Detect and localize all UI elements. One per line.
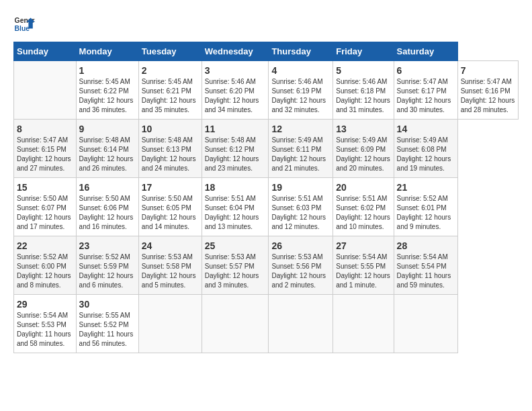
calendar-cell: 26Sunrise: 5:53 AMSunset: 5:56 PMDayligh…	[269, 236, 333, 295]
day-info: Sunrise: 5:51 AMSunset: 6:02 PMDaylight:…	[336, 194, 390, 232]
calendar-cell: 30Sunrise: 5:55 AMSunset: 5:52 PMDayligh…	[76, 295, 138, 353]
calendar-cell	[138, 295, 202, 353]
day-number: 22	[17, 240, 73, 251]
calendar-cell: 29Sunrise: 5:54 AMSunset: 5:53 PMDayligh…	[14, 295, 77, 353]
calendar-cell: 15Sunrise: 5:50 AMSunset: 6:07 PMDayligh…	[14, 178, 77, 236]
day-number: 8	[17, 124, 73, 134]
day-number: 6	[397, 65, 455, 76]
calendar-cell: 17Sunrise: 5:50 AMSunset: 6:05 PMDayligh…	[138, 178, 202, 236]
calendar-cell	[14, 61, 77, 120]
day-info: Sunrise: 5:52 AMSunset: 6:00 PMDaylight:…	[17, 253, 73, 290]
day-number: 11	[205, 124, 266, 134]
calendar-cell: 1Sunrise: 5:45 AMSunset: 6:22 PMDaylight…	[76, 61, 138, 120]
day-info: Sunrise: 5:48 AMSunset: 6:14 PMDaylight:…	[79, 136, 136, 173]
day-info: Sunrise: 5:53 AMSunset: 5:57 PMDaylight:…	[205, 253, 266, 290]
calendar-cell	[333, 295, 394, 353]
day-info: Sunrise: 5:48 AMSunset: 6:12 PMDaylight:…	[205, 136, 266, 173]
day-info: Sunrise: 5:52 AMSunset: 5:59 PMDaylight:…	[79, 253, 136, 290]
weekday-header-saturday: Saturday	[394, 42, 457, 61]
day-info: Sunrise: 5:51 AMSunset: 6:04 PMDaylight:…	[205, 194, 266, 232]
day-info: Sunrise: 5:48 AMSunset: 6:13 PMDaylight:…	[142, 136, 199, 173]
day-number: 15	[17, 182, 73, 193]
day-number: 20	[336, 182, 390, 193]
logo-icon: General Blue	[13, 13, 35, 35]
calendar-cell: 7Sunrise: 5:47 AMSunset: 6:16 PMDaylight…	[457, 61, 518, 120]
calendar-cell: 27Sunrise: 5:54 AMSunset: 5:55 PMDayligh…	[333, 236, 394, 295]
calendar-cell: 19Sunrise: 5:51 AMSunset: 6:03 PMDayligh…	[269, 178, 333, 236]
calendar-cell: 12Sunrise: 5:49 AMSunset: 6:11 PMDayligh…	[269, 120, 333, 178]
day-info: Sunrise: 5:47 AMSunset: 6:16 PMDaylight:…	[461, 77, 515, 115]
calendar-cell: 13Sunrise: 5:49 AMSunset: 6:09 PMDayligh…	[333, 120, 394, 178]
day-number: 16	[79, 182, 136, 193]
calendar-cell: 4Sunrise: 5:46 AMSunset: 6:19 PMDaylight…	[269, 61, 333, 120]
day-info: Sunrise: 5:45 AMSunset: 6:21 PMDaylight:…	[142, 77, 199, 115]
day-info: Sunrise: 5:46 AMSunset: 6:18 PMDaylight:…	[336, 77, 390, 115]
calendar-cell: 3Sunrise: 5:46 AMSunset: 6:20 PMDaylight…	[202, 61, 269, 120]
day-info: Sunrise: 5:53 AMSunset: 5:56 PMDaylight:…	[271, 253, 330, 290]
day-info: Sunrise: 5:47 AMSunset: 6:17 PMDaylight:…	[397, 77, 455, 115]
day-number: 26	[271, 240, 330, 251]
day-info: Sunrise: 5:50 AMSunset: 6:06 PMDaylight:…	[79, 194, 136, 232]
day-number: 17	[142, 182, 199, 193]
day-info: Sunrise: 5:51 AMSunset: 6:03 PMDaylight:…	[271, 194, 330, 232]
day-info: Sunrise: 5:55 AMSunset: 5:52 PMDaylight:…	[79, 311, 136, 349]
calendar-cell: 2Sunrise: 5:45 AMSunset: 6:21 PMDaylight…	[138, 61, 202, 120]
day-info: Sunrise: 5:52 AMSunset: 6:01 PMDaylight:…	[397, 194, 455, 232]
day-number: 10	[142, 124, 199, 134]
calendar-cell: 23Sunrise: 5:52 AMSunset: 5:59 PMDayligh…	[76, 236, 138, 295]
day-number: 5	[336, 65, 390, 76]
day-number: 30	[79, 299, 136, 310]
weekday-header-monday: Monday	[76, 42, 138, 61]
weekday-header-friday: Friday	[333, 42, 394, 61]
logo: General Blue	[13, 13, 35, 35]
calendar-cell: 8Sunrise: 5:47 AMSunset: 6:15 PMDaylight…	[14, 120, 77, 178]
day-info: Sunrise: 5:46 AMSunset: 6:20 PMDaylight:…	[205, 77, 266, 115]
day-info: Sunrise: 5:50 AMSunset: 6:07 PMDaylight:…	[17, 194, 73, 232]
calendar-cell: 24Sunrise: 5:53 AMSunset: 5:58 PMDayligh…	[138, 236, 202, 295]
day-info: Sunrise: 5:45 AMSunset: 6:22 PMDaylight:…	[79, 77, 136, 115]
day-number: 23	[79, 240, 136, 251]
calendar-cell: 9Sunrise: 5:48 AMSunset: 6:14 PMDaylight…	[76, 120, 138, 178]
day-info: Sunrise: 5:49 AMSunset: 6:11 PMDaylight:…	[271, 136, 330, 173]
day-number: 13	[336, 124, 390, 134]
day-number: 19	[271, 182, 330, 193]
weekday-header-sunday: Sunday	[14, 42, 77, 61]
day-number: 3	[205, 65, 266, 76]
day-number: 4	[271, 65, 330, 76]
day-number: 9	[79, 124, 136, 134]
day-info: Sunrise: 5:53 AMSunset: 5:58 PMDaylight:…	[142, 253, 199, 290]
calendar-cell: 5Sunrise: 5:46 AMSunset: 6:18 PMDaylight…	[333, 61, 394, 120]
day-number: 27	[336, 240, 390, 251]
day-info: Sunrise: 5:50 AMSunset: 6:05 PMDaylight:…	[142, 194, 199, 232]
calendar-cell: 11Sunrise: 5:48 AMSunset: 6:12 PMDayligh…	[202, 120, 269, 178]
day-number: 14	[397, 124, 455, 134]
weekday-header-tuesday: Tuesday	[138, 42, 202, 61]
calendar-cell: 6Sunrise: 5:47 AMSunset: 6:17 PMDaylight…	[394, 61, 457, 120]
calendar-cell: 28Sunrise: 5:54 AMSunset: 5:54 PMDayligh…	[394, 236, 457, 295]
day-number: 2	[142, 65, 199, 76]
day-number: 7	[461, 65, 515, 76]
calendar-cell	[269, 295, 333, 353]
day-number: 25	[205, 240, 266, 251]
day-number: 18	[205, 182, 266, 193]
day-number: 12	[271, 124, 330, 134]
day-info: Sunrise: 5:46 AMSunset: 6:19 PMDaylight:…	[271, 77, 330, 115]
calendar-cell: 18Sunrise: 5:51 AMSunset: 6:04 PMDayligh…	[202, 178, 269, 236]
svg-text:Blue: Blue	[15, 25, 30, 32]
calendar: SundayMondayTuesdayWednesdayThursdayFrid…	[13, 42, 519, 353]
weekday-header-thursday: Thursday	[269, 42, 333, 61]
calendar-cell: 20Sunrise: 5:51 AMSunset: 6:02 PMDayligh…	[333, 178, 394, 236]
day-number: 21	[397, 182, 455, 193]
day-number: 29	[17, 299, 73, 310]
day-info: Sunrise: 5:54 AMSunset: 5:55 PMDaylight:…	[336, 253, 390, 290]
day-info: Sunrise: 5:54 AMSunset: 5:54 PMDaylight:…	[397, 253, 455, 290]
day-info: Sunrise: 5:49 AMSunset: 6:08 PMDaylight:…	[397, 136, 455, 173]
calendar-cell: 25Sunrise: 5:53 AMSunset: 5:57 PMDayligh…	[202, 236, 269, 295]
day-number: 1	[79, 65, 136, 76]
calendar-cell: 10Sunrise: 5:48 AMSunset: 6:13 PMDayligh…	[138, 120, 202, 178]
weekday-header-wednesday: Wednesday	[202, 42, 269, 61]
day-info: Sunrise: 5:47 AMSunset: 6:15 PMDaylight:…	[17, 136, 73, 173]
day-info: Sunrise: 5:49 AMSunset: 6:09 PMDaylight:…	[336, 136, 390, 173]
calendar-cell	[202, 295, 269, 353]
day-info: Sunrise: 5:54 AMSunset: 5:53 PMDaylight:…	[17, 311, 73, 349]
